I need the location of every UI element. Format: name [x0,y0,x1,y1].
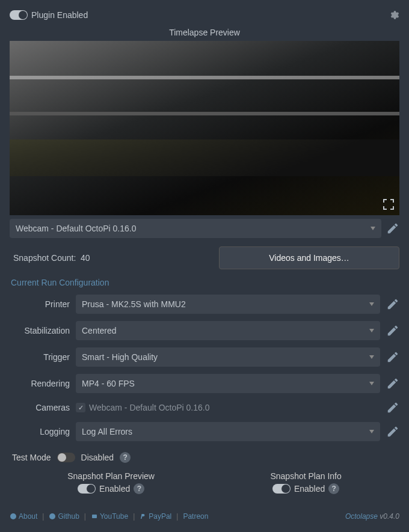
stabilization-select-value: Centered [82,326,117,335]
cameras-value: Webcam - Default OctoPi 0.16.0 [89,403,210,412]
rendering-select[interactable]: MP4 - 60 FPS [76,374,380,393]
snapshot-preview-toggle[interactable] [78,484,96,494]
snapshot-count: Snapshot Count: 40 [10,253,90,263]
printer-label: Printer [10,299,70,309]
version-text: v0.4.0 [380,512,399,521]
paypal-link[interactable]: PayPal [140,512,171,521]
svg-point-0 [10,513,16,519]
caret-down-icon [369,355,374,359]
printer-select-value: Prusa - MK2.5S with MMU2 [82,299,186,309]
printer-select[interactable]: Prusa - MK2.5S with MMU2 [76,295,380,314]
edit-cameras-icon[interactable] [386,401,399,414]
caret-down-icon [369,430,374,433]
stabilization-select[interactable]: Centered [76,321,380,340]
snapshot-preview-title: Snapshot Plan Preview [67,471,155,481]
svg-rect-2 [92,515,97,518]
youtube-link[interactable]: YouTube [91,512,128,521]
caret-down-icon [371,227,375,230]
test-mode-toggle[interactable] [57,453,75,462]
trigger-select[interactable]: Smart - High Quality [76,347,380,367]
rendering-select-value: MP4 - 60 FPS [82,379,135,388]
snapshot-info-toggle[interactable] [272,484,291,494]
trigger-select-value: Smart - High Quality [82,352,158,362]
snapshot-info-title: Snapshot Plan Info [270,471,341,481]
cameras-label: Cameras [10,403,70,412]
videos-images-button[interactable]: Videos and Images… [219,246,399,269]
trigger-label: Trigger [10,352,70,362]
logging-select[interactable]: Log All Errors [76,422,380,441]
logging-label: Logging [10,427,70,436]
stabilization-label: Stabilization [10,326,70,335]
help-icon[interactable]: ? [120,452,131,463]
svg-point-1 [49,513,55,519]
rendering-label: Rendering [10,379,70,388]
edit-rendering-icon[interactable] [386,377,399,390]
webcam-select-value: Webcam - Default OctoPi 0.16.0 [16,224,137,233]
toggle-switch-icon [10,10,28,20]
test-mode-label: Test Mode [12,453,51,462]
help-icon[interactable]: ? [134,483,144,494]
edit-logging-icon[interactable] [386,425,399,438]
plugin-enabled-toggle[interactable]: Plugin Enabled [10,10,88,20]
current-run-config-link[interactable]: Current Run Configuration [10,278,111,287]
caret-down-icon [369,382,374,385]
test-mode-state: Disabled [81,453,114,462]
fullscreen-icon[interactable] [381,197,396,212]
logging-select-value: Log All Errors [82,427,132,436]
preview-title: Timelapse Preview [10,28,399,37]
about-link[interactable]: About [10,512,37,521]
edit-printer-icon[interactable] [386,298,399,311]
edit-stabilization-icon[interactable] [386,324,399,337]
timelapse-preview-image [10,41,399,215]
github-link[interactable]: Github [49,512,79,521]
brand-version: Octolapse v0.4.0 [345,512,399,521]
plugin-enabled-label: Plugin Enabled [31,10,88,20]
edit-trigger-icon[interactable] [386,350,399,364]
webcam-select[interactable]: Webcam - Default OctoPi 0.16.0 [10,219,381,238]
info-icon [10,513,17,520]
youtube-icon [91,513,98,520]
gear-icon[interactable] [389,10,399,20]
snapshot-count-label: Snapshot Count: [13,253,76,263]
snapshot-preview-state: Enabled [99,484,130,494]
brand-name: Octolapse [345,512,378,521]
edit-webcam-icon[interactable] [386,222,399,235]
caret-down-icon [369,302,374,306]
snapshot-info-state: Enabled [294,484,325,494]
paypal-icon [140,513,147,520]
caret-down-icon [369,329,374,332]
cameras-checkbox-row[interactable]: ✓ Webcam - Default OctoPi 0.16.0 [76,400,380,415]
github-icon [49,513,56,520]
check-icon: ✓ [76,403,85,412]
patreon-link[interactable]: Patreon [183,512,208,521]
help-icon[interactable]: ? [328,483,339,494]
snapshot-count-value: 40 [81,253,90,263]
